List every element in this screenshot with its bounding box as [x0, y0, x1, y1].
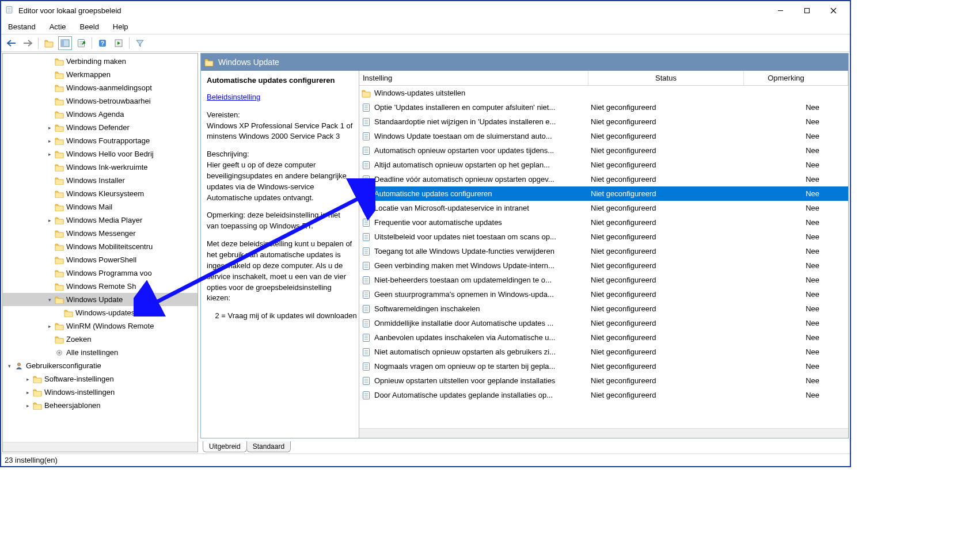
setting-name: Geen verbinding maken met Windows Update…	[374, 261, 554, 270]
chevron-right-icon[interactable]: ▸	[45, 137, 54, 145]
tree-item[interactable]: ▸Windows Defender	[3, 121, 197, 134]
forward-button[interactable]	[21, 36, 35, 50]
run-button[interactable]	[112, 36, 126, 50]
tree-item[interactable]: Windows Programma voo	[3, 266, 197, 280]
setting-remark: Nee	[744, 276, 848, 284]
help-button[interactable]: ?	[96, 36, 109, 50]
tree-item[interactable]: Windows Mail	[3, 200, 197, 213]
tab-standaard[interactable]: Standaard	[246, 441, 291, 452]
folder-icon	[55, 190, 64, 198]
minimize-button[interactable]	[767, 2, 793, 19]
list-row[interactable]: Windows Update toestaan om de sluimersta…	[359, 129, 848, 143]
export-button[interactable]	[74, 36, 88, 50]
tree-item[interactable]: ▸Windows Media Player	[3, 213, 197, 227]
list-row[interactable]: Softwaremeldingen inschakelenNiet geconf…	[359, 302, 848, 316]
folder-icon	[55, 110, 64, 119]
list-row[interactable]: Standaardoptie niet wijzigen in 'Updates…	[359, 115, 848, 129]
list-row[interactable]: Geen stuurprogramma's opnemen in Windows…	[359, 287, 848, 302]
chevron-down-icon[interactable]: ▾	[5, 362, 13, 370]
menu-beeld[interactable]: Beeld	[78, 21, 101, 32]
list-row[interactable]: Nogmaals vragen om opnieuw op te starten…	[359, 359, 848, 373]
policy-icon	[362, 175, 371, 184]
setting-name: Windows Update toestaan om de sluimersta…	[374, 132, 552, 140]
setting-name: Toegang tot alle Windows Update-functies…	[374, 247, 554, 255]
policy-setting-link[interactable]: Beleidsinstelling	[207, 92, 260, 103]
tree-item[interactable]: Zoeken	[3, 333, 197, 346]
tree-item[interactable]: Windows-aanmeldingsopt	[3, 81, 197, 94]
list-row[interactable]: Onmiddellijke installatie door Automatis…	[359, 316, 848, 330]
list-row[interactable]: Altijd automatisch opnieuw opstarten op …	[359, 158, 848, 172]
menu-help[interactable]: Help	[111, 21, 131, 32]
filter-button[interactable]	[133, 36, 147, 50]
tree-hscroll[interactable]	[3, 442, 197, 452]
tree-item[interactable]: Windows Agenda	[3, 108, 197, 121]
list-row[interactable]: Windows-updates uitstellen	[359, 86, 848, 100]
tree-item[interactable]: ▸WinRM (Windows Remote	[3, 319, 197, 333]
list-row[interactable]: Locatie van Microsoft-updateservice in i…	[359, 201, 848, 215]
tree-item[interactable]: Windows PowerShell	[3, 253, 197, 266]
tree-item[interactable]: ▾Gebruikersconfiguratie	[3, 359, 197, 372]
chevron-right-icon[interactable]: ▸	[24, 375, 32, 383]
tree-item[interactable]: Windows Mobiliteitscentru	[3, 240, 197, 253]
list-body[interactable]: Windows-updates uitstellenOptie 'Updates…	[359, 86, 848, 428]
tree-item[interactable]: Windows Remote Sh	[3, 280, 197, 293]
tree-item[interactable]: ▸Windows Foutrapportage	[3, 134, 197, 147]
list-row[interactable]: Frequentie voor automatische updatesNiet…	[359, 215, 848, 230]
back-button[interactable]	[5, 36, 18, 50]
setting-status: Niet geconfigureerd	[588, 218, 744, 227]
tree-item[interactable]: Windows Messenger	[3, 227, 197, 240]
titlebar[interactable]: Editor voor lokaal groepsbeleid	[1, 1, 850, 20]
tree-item[interactable]: ▾Windows Update	[3, 293, 197, 306]
column-setting[interactable]: Instelling	[359, 71, 588, 85]
tree-item-label: Zoeken	[66, 335, 91, 344]
setting-remark: Nee	[744, 333, 848, 342]
setting-name: Nogmaals vragen om opnieuw op te starten…	[374, 362, 555, 371]
list-row[interactable]: Door Automatische updates geplande insta…	[359, 388, 848, 402]
tree-item[interactable]: Windows Ink-werkruimte	[3, 161, 197, 174]
list-row[interactable]: Automatisch opnieuw opstarten voor updat…	[359, 143, 848, 158]
list-row[interactable]: Deadline vóór automatisch opnieuw opstar…	[359, 172, 848, 186]
tree-item[interactable]: Windows Kleursysteem	[3, 187, 197, 200]
tree-item[interactable]: ▸Beheersjablonen	[3, 399, 197, 412]
tree-item[interactable]: ▸Windows Hello voor Bedrij	[3, 147, 197, 161]
tree-scroll[interactable]: Verbinding makenWerkmappenWindows-aanmel…	[3, 54, 197, 442]
chevron-right-icon[interactable]: ▸	[45, 124, 54, 132]
chevron-right-icon[interactable]: ▸	[24, 388, 32, 396]
list-row[interactable]: Toegang tot alle Windows Update-functies…	[359, 244, 848, 258]
tree-item[interactable]: ▸Windows-instellingen	[3, 386, 197, 399]
chevron-right-icon[interactable]: ▸	[45, 216, 54, 224]
tree-item[interactable]: Windows-betrouwbaarhei	[3, 94, 197, 108]
tab-uitgebreid[interactable]: Uitgebreid	[203, 441, 247, 452]
list-row[interactable]: Opnieuw opstarten uitstellen voor geplan…	[359, 373, 848, 388]
tree-item[interactable]: Windows-updates uitst	[3, 306, 197, 319]
menu-bestand[interactable]: Bestand	[6, 21, 38, 32]
list-row[interactable]: Niet-beheerders toestaan om updatemeldin…	[359, 273, 848, 287]
tree-item[interactable]: Werkmappen	[3, 68, 197, 81]
list-row[interactable]: Uitstelbeleid voor updates niet toestaan…	[359, 230, 848, 244]
column-status[interactable]: Status	[588, 71, 744, 85]
list-hscroll[interactable]	[359, 428, 848, 438]
policy-icon	[362, 348, 371, 357]
close-button[interactable]	[820, 2, 846, 19]
tree-item[interactable]: ▸Software-instellingen	[3, 372, 197, 386]
up-button[interactable]	[42, 36, 56, 50]
chevron-right-icon[interactable]: ▸	[24, 402, 32, 410]
menu-actie[interactable]: Actie	[47, 21, 69, 32]
column-remark[interactable]: Opmerking	[744, 71, 848, 85]
chevron-down-icon[interactable]: ▾	[45, 296, 54, 304]
tree-item[interactable]: Windows Installer	[3, 174, 197, 187]
tree-item[interactable]: Verbinding maken	[3, 55, 197, 68]
list-row[interactable]: Niet automatisch opnieuw opstarten als g…	[359, 345, 848, 359]
expander-blank	[45, 203, 54, 211]
maximize-button[interactable]	[793, 2, 820, 19]
chevron-right-icon[interactable]: ▸	[45, 322, 54, 330]
toolbar: ?	[1, 35, 850, 52]
show-tree-button[interactable]	[58, 36, 72, 50]
list-row[interactable]: Aanbevolen updates inschakelen via Autom…	[359, 330, 848, 345]
list-row[interactable]: Geen verbinding maken met Windows Update…	[359, 258, 848, 273]
list-row[interactable]: Optie 'Updates installeren en computer a…	[359, 100, 848, 115]
tree-item[interactable]: Alle instellingen	[3, 346, 197, 359]
list-row[interactable]: Automatische updates configurerenNiet ge…	[359, 186, 848, 201]
expander-blank	[45, 71, 54, 79]
chevron-right-icon[interactable]: ▸	[45, 150, 54, 158]
